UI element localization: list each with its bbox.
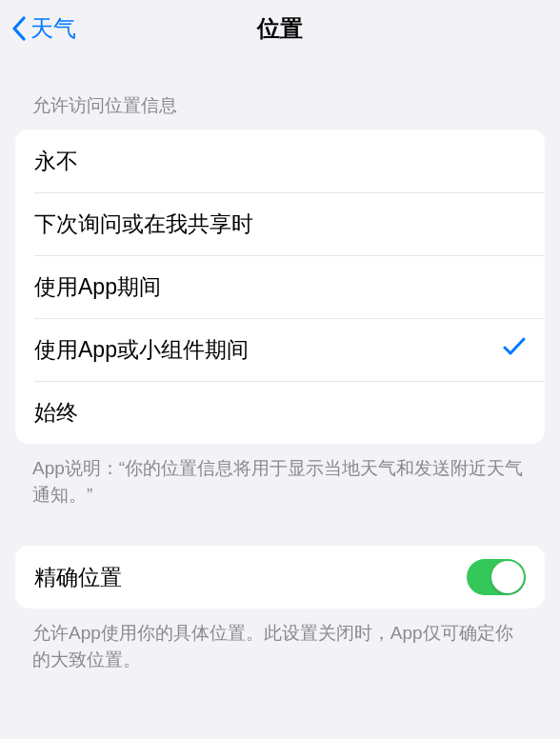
location-option-row[interactable]: 下次询问或在我共享时 [15,192,545,255]
precise-location-label: 精确位置 [34,563,122,592]
precise-location-footer: 允许App使用你的具体位置。此设置关闭时，App仅可确定你的大致位置。 [0,609,560,672]
checkmark-icon [503,336,526,363]
location-access-group: 永不下次询问或在我共享时使用App期间使用App或小组件期间始终 [15,130,545,444]
location-option-label: 下次询问或在我共享时 [34,210,253,239]
location-option-label: 使用App期间 [34,272,161,302]
precise-group: 精确位置 [15,546,545,609]
back-button[interactable]: 天气 [11,13,76,44]
page-title: 位置 [0,13,560,44]
location-access-header: 允许访问位置信息 [0,57,560,130]
location-option-row[interactable]: 始终 [15,381,545,444]
chevron-left-icon [11,16,27,41]
location-option-label: 永不 [34,147,78,176]
location-option-row[interactable]: 使用App期间 [15,255,545,318]
nav-bar: 天气 位置 [0,0,560,57]
back-label: 天气 [30,13,76,44]
precise-location-switch[interactable] [467,559,526,595]
location-option-label: 始终 [34,398,78,428]
location-option-label: 使用App或小组件期间 [34,335,249,365]
precise-location-row: 精确位置 [15,546,545,609]
location-option-row[interactable]: 永不 [15,130,545,192]
location-option-row[interactable]: 使用App或小组件期间 [15,318,545,381]
location-access-footer: App说明：“你的位置信息将用于显示当地天气和发送附近天气通知。” [0,444,560,508]
